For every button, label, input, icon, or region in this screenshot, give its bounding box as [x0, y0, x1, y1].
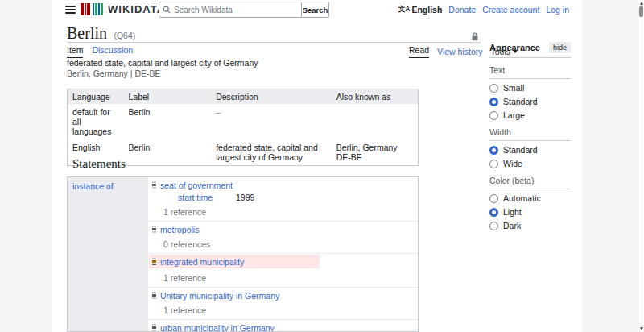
- scrollbar-down-arrow-icon[interactable]: [640, 327, 643, 330]
- references-toggle[interactable]: 1 reference: [163, 273, 413, 283]
- radio-label: Dark: [503, 221, 521, 230]
- cell-description: –: [211, 104, 332, 139]
- radio-label: Standard: [503, 145, 538, 155]
- column-header-also-known-as: Also known as: [332, 89, 419, 105]
- cell-label: Berlin: [123, 139, 211, 166]
- radio-button[interactable]: [489, 146, 498, 155]
- claim-qualifier: start time 1999: [178, 192, 413, 202]
- search-input-wrap: [159, 2, 302, 18]
- search-button[interactable]: Search: [302, 2, 329, 18]
- radio-width-standard[interactable]: Standard: [489, 145, 571, 155]
- appearance-section-text: Text: [489, 65, 571, 79]
- wikidata-logo-icon: [80, 3, 104, 15]
- tab-view-history[interactable]: View history: [437, 47, 482, 56]
- page-title: Berlin: [67, 24, 107, 42]
- alias-line-1: Berlin, Germany: [336, 143, 413, 152]
- references-toggle[interactable]: 1 reference: [163, 207, 413, 217]
- cell-description: federated state, capital and largest cit…: [211, 139, 332, 166]
- tab-read[interactable]: Read: [409, 45, 429, 58]
- radio-label: Automatic: [503, 193, 541, 203]
- donate-link[interactable]: Donate: [448, 5, 476, 15]
- create-account-link[interactable]: Create account: [482, 5, 539, 15]
- radio-text-standard[interactable]: Standard: [489, 97, 571, 106]
- wikidata-logo[interactable]: WIKIDATA: [80, 3, 165, 15]
- scrollbar-thumb[interactable]: [639, 6, 643, 17]
- qualifier-property-link[interactable]: start time: [178, 193, 236, 202]
- user-links: 文A English Donate Create account Log in: [398, 5, 569, 15]
- search-icon: [163, 6, 171, 14]
- appearance-section-color: Color (beta): [489, 176, 571, 189]
- search-input[interactable]: [174, 6, 298, 15]
- radio-button[interactable]: [489, 222, 498, 230]
- references-toggle[interactable]: 1 reference: [163, 305, 413, 315]
- radio-width-wide[interactable]: Wide: [489, 159, 571, 168]
- appearance-section-width: Width: [489, 127, 571, 141]
- radio-label: Large: [503, 110, 525, 120]
- alias-line-2: DE-BE: [336, 152, 413, 162]
- log-in-link[interactable]: Log in: [546, 5, 569, 15]
- appearance-header: Appearance hide: [489, 42, 571, 58]
- claim-value-link[interactable]: Unitary municipality in Germany: [160, 291, 279, 301]
- statement-claim: urban municipality in Germany 0 referenc…: [148, 320, 418, 332]
- entity-id: (Q64): [114, 31, 135, 40]
- appearance-panel: Appearance hide Text Small Standard Larg…: [489, 42, 571, 230]
- wikidata-logo-text: WIKIDATA: [108, 3, 165, 15]
- statement-claim: metropolis 0 references: [148, 222, 418, 254]
- terms-table-header-row: Language Label Description Also known as: [68, 89, 419, 105]
- radio-text-large[interactable]: Large: [489, 110, 571, 120]
- namespace-tabs: Item Discussion: [67, 45, 133, 58]
- rank-selector-icon[interactable]: [152, 181, 156, 189]
- search-box: Search: [159, 2, 329, 18]
- property-link-instance-of[interactable]: instance of: [72, 181, 114, 191]
- cell-also-known-as: Berlin, Germany DE-BE: [332, 139, 419, 166]
- radio-color-light[interactable]: Light: [489, 207, 571, 217]
- scrollbar-up-arrow-icon[interactable]: [640, 2, 643, 5]
- entity-aliases: Berlin, Germany | DE-BE: [67, 68, 258, 79]
- tab-discussion[interactable]: Discussion: [92, 45, 133, 58]
- table-row: default for all languages Berlin –: [68, 104, 419, 139]
- language-selector[interactable]: 文A English: [398, 5, 443, 15]
- entity-description: federated state, capital and largest cit…: [67, 58, 258, 68]
- radio-label: Light: [503, 207, 522, 217]
- radio-button[interactable]: [489, 84, 498, 93]
- rank-selector-icon[interactable]: [152, 324, 156, 332]
- claim-value-link[interactable]: urban municipality in Germany: [160, 323, 275, 332]
- radio-label: Wide: [503, 159, 522, 168]
- radio-button[interactable]: [489, 194, 498, 203]
- cell-language: default for all languages: [68, 104, 124, 139]
- qualifier-value: 1999: [236, 193, 254, 202]
- cell-also-known-as: [332, 104, 419, 139]
- rank-selector-icon[interactable]: [152, 292, 156, 300]
- appearance-hide-button[interactable]: hide: [549, 42, 571, 53]
- radio-button[interactable]: [489, 98, 498, 106]
- language-label: English: [411, 5, 442, 15]
- column-header-description: Description: [211, 89, 332, 105]
- radio-button[interactable]: [489, 208, 498, 217]
- statement-property-column: instance of: [68, 177, 148, 331]
- radio-button[interactable]: [489, 111, 498, 120]
- claim-value-link[interactable]: metropolis: [160, 225, 199, 234]
- radio-color-dark[interactable]: Dark: [489, 221, 571, 230]
- claim-value-link[interactable]: seat of government: [160, 181, 233, 190]
- column-header-language: Language: [68, 89, 124, 105]
- column-header-label: Label: [123, 89, 211, 105]
- vertical-scrollbar[interactable]: [638, 0, 644, 332]
- references-toggle[interactable]: 0 references: [163, 239, 413, 249]
- claim-value-link[interactable]: integrated municipality: [160, 257, 244, 267]
- statement-claims-column: seat of government start time 1999 1 ref…: [148, 177, 418, 331]
- title-divider: [67, 42, 481, 43]
- tab-item[interactable]: Item: [67, 45, 83, 58]
- radio-button[interactable]: [489, 160, 498, 168]
- hamburger-menu-icon[interactable]: [65, 6, 76, 14]
- appearance-title: Appearance: [489, 43, 540, 52]
- radio-text-small[interactable]: Small: [489, 83, 571, 93]
- title-block: Berlin (Q64): [67, 24, 481, 43]
- language-icon: 文A: [398, 5, 411, 15]
- statements-heading: Statements: [72, 157, 126, 171]
- terms-table: Language Label Description Also known as…: [67, 89, 419, 166]
- entity-summary: federated state, capital and largest cit…: [67, 58, 258, 78]
- rank-selector-icon[interactable]: [152, 258, 156, 266]
- radio-color-automatic[interactable]: Automatic: [489, 193, 571, 203]
- rank-selector-icon[interactable]: [152, 226, 156, 234]
- top-header: WIKIDATA Search 文A English Donate Create…: [52, 0, 582, 21]
